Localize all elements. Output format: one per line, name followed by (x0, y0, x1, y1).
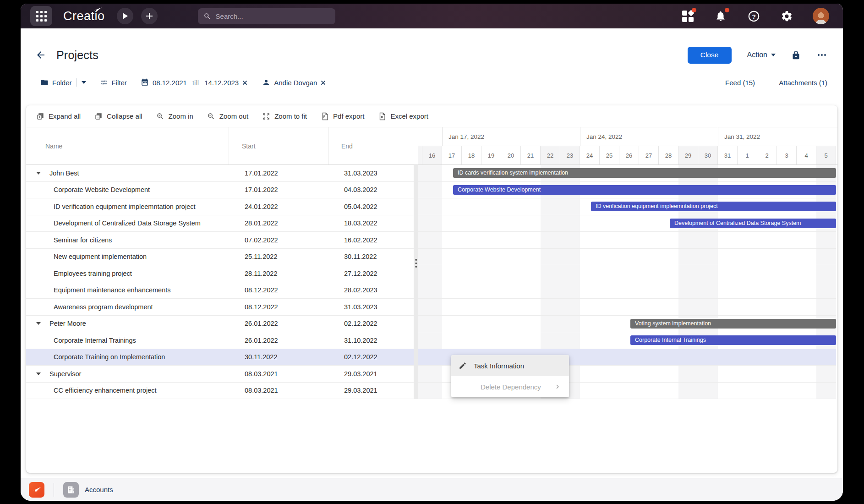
column-header-start[interactable]: Start (229, 127, 328, 164)
menu-item-task-information[interactable]: Task Information (451, 355, 569, 376)
settings-button[interactable] (780, 9, 793, 23)
gantt-bar-summary[interactable]: Voting system implementation (630, 319, 836, 329)
user-avatar[interactable] (813, 8, 829, 24)
filter-icon (100, 78, 108, 87)
table-row[interactable]: Corporate Training on Implementation30.1… (26, 349, 414, 366)
gantt-row[interactable] (418, 232, 836, 249)
folder-filter[interactable]: Folder (40, 78, 72, 87)
footer-tab-accounts[interactable]: Accounts (63, 482, 113, 498)
gantt-bar-task[interactable]: Corporate Website Development (453, 185, 836, 195)
menu-item-delete-dependency[interactable]: Delete Dependency (451, 376, 569, 397)
expand-all-button[interactable]: Expand all (36, 112, 81, 121)
gantt-row[interactable]: ID cards verification system implementat… (418, 165, 836, 182)
global-search[interactable] (198, 8, 335, 24)
table-row[interactable]: Corporate Website Development17.01.20220… (26, 182, 414, 199)
row-name: Supervisor (49, 370, 81, 378)
tab-attachments[interactable]: Attachments (1) (779, 79, 827, 87)
creatio-home-button[interactable] (29, 482, 44, 498)
table-row[interactable]: John Best17.01.202231.03.2023 (26, 165, 414, 182)
row-end-cell: 04.03.2022 (328, 186, 414, 193)
table-row[interactable]: ID verification equipment impleemntation… (26, 198, 414, 215)
app-launcher-button[interactable] (30, 6, 52, 26)
workplaces-button[interactable] (681, 9, 694, 23)
app-window: Creatio ? (21, 4, 843, 501)
clear-owner-filter-button[interactable] (320, 79, 327, 86)
collapse-caret-icon[interactable] (36, 322, 41, 325)
row-name-cell: CC efficiency enhancement project (26, 387, 229, 394)
collapse-all-button[interactable]: Collapse all (94, 112, 142, 121)
excel-export-button[interactable]: Excel export (378, 112, 428, 121)
workplaces-icon (682, 11, 694, 22)
gantt-toolbar: Expand allCollapse allZoom inZoom outZoo… (26, 105, 837, 127)
person-icon (262, 78, 270, 87)
quick-add-button[interactable] (141, 8, 158, 24)
table-row[interactable]: Awareness program development08.12.20223… (26, 299, 414, 316)
gantt-row[interactable] (418, 265, 836, 282)
date-separator: till (192, 79, 199, 87)
date-range-filter[interactable]: 08.12.2021 till 14.12.2023 (141, 78, 239, 87)
gantt-row[interactable]: Development of Centralized Data Storage … (418, 215, 836, 232)
more-options-button[interactable] (816, 49, 827, 60)
clear-date-filter-button[interactable] (241, 79, 248, 86)
gantt-bar-task[interactable]: Development of Centralized Data Storage … (670, 219, 836, 228)
table-row[interactable]: Seminar for citizens07.02.202216.02.2022 (26, 232, 414, 249)
collapse-caret-icon[interactable] (36, 373, 41, 375)
gantt-bar-summary[interactable]: ID cards verification system implementat… (453, 168, 836, 178)
filter-button[interactable]: Filter (100, 78, 127, 87)
gantt-row[interactable] (418, 249, 836, 266)
row-name: Development of Centralized Data Storage … (54, 219, 201, 227)
run-process-button[interactable] (117, 8, 133, 24)
gantt-row[interactable] (418, 299, 836, 316)
table-row[interactable]: New equipment implementation25.11.202230… (26, 249, 414, 266)
gantt-bar-task[interactable]: Corporate Internal Trainings (630, 335, 836, 345)
lock-button[interactable] (791, 50, 801, 60)
folder-filter-label: Folder (52, 79, 72, 87)
search-input[interactable] (216, 12, 321, 20)
zoom-to-fit-button[interactable]: Zoom to fit (262, 112, 307, 121)
back-button[interactable] (35, 49, 46, 60)
column-header-end[interactable]: End (328, 127, 414, 164)
table-row[interactable]: Equipment maintenance enhancements08.12.… (26, 282, 414, 299)
row-end-cell: 02.12.2022 (328, 320, 414, 327)
table-row[interactable]: Supervisor08.03.202129.03.2021 (26, 366, 414, 383)
day-label: 1 (745, 152, 749, 159)
table-row[interactable]: Employees training project28.11.202227.1… (26, 265, 414, 282)
row-start-cell: 08.03.2021 (229, 370, 328, 378)
table-row[interactable]: CC efficiency enhancement project08.03.2… (26, 383, 414, 400)
folder-chevron-icon[interactable] (82, 81, 86, 84)
gantt-row[interactable]: Voting system implementation (418, 316, 836, 333)
notifications-button[interactable] (714, 9, 727, 23)
calendar-icon (141, 78, 149, 87)
day-label: 4 (804, 152, 808, 159)
row-start-cell: 24.01.2022 (229, 203, 328, 210)
zoom-in-button[interactable]: Zoom in (156, 112, 193, 121)
tab-feed[interactable]: Feed (15) (725, 79, 755, 87)
gantt-row[interactable]: Corporate Internal Trainings (418, 332, 836, 349)
column-header-name[interactable]: Name (26, 127, 229, 164)
pdf-export-button[interactable]: Pdf export (321, 112, 364, 121)
help-button[interactable]: ? (747, 9, 760, 23)
day-header-cell: 20 (501, 146, 521, 164)
table-row[interactable]: Development of Centralized Data Storage … (26, 215, 414, 232)
week-header-cell: Jan 31, 2022 (718, 127, 836, 146)
gantt-row[interactable] (418, 282, 836, 299)
table-row[interactable]: Peter Moore26.01.202202.12.2022 (26, 316, 414, 333)
gantt-row[interactable]: ID verification equipment impleemntation… (418, 198, 836, 215)
zoom-to-fit-icon (262, 112, 270, 121)
splitter-handle[interactable] (414, 165, 418, 399)
owner-filter[interactable]: Andie Dovgan (262, 78, 317, 87)
gantt-bar-task[interactable]: ID verification equipment impleemntation… (591, 202, 836, 211)
row-end-cell: 31.03.2023 (328, 170, 414, 177)
close-button[interactable]: Close (688, 47, 732, 64)
day-header-cell: 17 (442, 146, 462, 164)
row-name: Corporate Training on Implementation (54, 353, 165, 361)
collapse-caret-icon[interactable] (36, 172, 41, 175)
table-row[interactable]: Corporate Internal Trainings26.01.202231… (26, 332, 414, 349)
day-header-cell: 16 (422, 146, 442, 164)
day-header-cell: 26 (619, 146, 639, 164)
gantt-row[interactable]: Corporate Website Development (418, 182, 836, 199)
zoom-out-button[interactable]: Zoom out (207, 112, 248, 121)
row-name-cell: Awareness program development (26, 303, 229, 311)
action-button[interactable]: Action (747, 51, 776, 59)
row-name-cell: Corporate Training on Implementation (26, 353, 229, 361)
